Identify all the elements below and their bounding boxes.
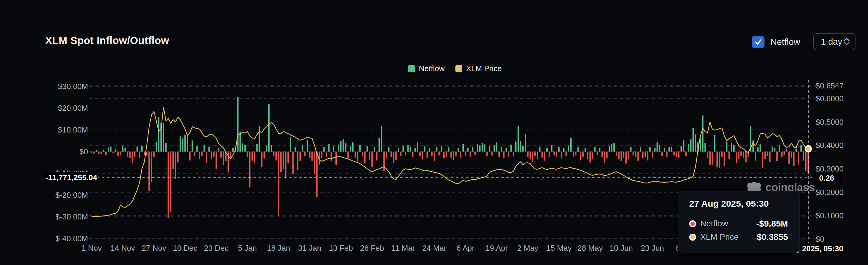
- svg-text:$0: $0: [80, 147, 88, 156]
- netflow-dot-icon: [689, 220, 696, 227]
- svg-text:23 Jun: 23 Jun: [641, 243, 664, 253]
- svg-text:$0.3000: $0.3000: [816, 164, 844, 173]
- svg-text:$-30.00M: $-30.00M: [55, 212, 88, 221]
- tooltip-label: Netflow: [700, 219, 728, 228]
- xlm-spot-inflow-outflow-panel: XLM Spot Inflow/Outflow Netflow 1 day Ne…: [0, 0, 868, 265]
- svg-text:$-20.00M: $-20.00M: [55, 190, 88, 200]
- tooltip-row-xlm-price: XLM Price $0.3855: [689, 232, 788, 242]
- svg-text:$0.5000: $0.5000: [816, 118, 844, 126]
- svg-text:$20.00M: $20.00M: [58, 104, 88, 113]
- svg-text:5 Jan: 5 Jan: [238, 243, 257, 253]
- svg-text:26 Feb: 26 Feb: [360, 243, 384, 253]
- svg-text:$-40.00M: $-40.00M: [55, 234, 88, 243]
- crosshair-left-value: -11,771,255.04: [45, 172, 98, 183]
- svg-text:$0: $0: [816, 235, 824, 243]
- svg-text:2 May: 2 May: [517, 243, 538, 253]
- tooltip-value: $0.3855: [757, 232, 788, 242]
- tooltip-date: 27 Aug 2025, 05:30: [689, 199, 788, 209]
- svg-text:18 Jan: 18 Jan: [267, 243, 290, 253]
- svg-text:10 Jun: 10 Jun: [610, 243, 633, 253]
- svg-text:$0.1000: $0.1000: [816, 211, 844, 220]
- svg-text:$30.00M: $30.00M: [58, 82, 88, 91]
- svg-text:13 Feb: 13 Feb: [329, 243, 353, 253]
- xlm-price-dot-icon: [689, 234, 696, 241]
- svg-text:$0.6547: $0.6547: [816, 81, 844, 90]
- svg-text:1 Nov: 1 Nov: [82, 243, 102, 253]
- svg-text:31 Jan: 31 Jan: [298, 243, 321, 253]
- svg-text:10 Dec: 10 Dec: [173, 243, 197, 253]
- svg-text:$10.00M: $10.00M: [58, 125, 88, 134]
- tooltip-value: -$9.85M: [756, 219, 788, 229]
- svg-text:6 Apr: 6 Apr: [457, 243, 475, 253]
- tooltip-row-netflow: Netflow -$9.85M: [689, 218, 788, 229]
- svg-text:28 May: 28 May: [578, 243, 603, 253]
- crosshair-right-value: 0.26: [813, 173, 841, 183]
- svg-text:11 Mar: 11 Mar: [392, 243, 415, 253]
- svg-text:$0.2000: $0.2000: [816, 188, 844, 197]
- tooltip-label: XLM Price: [700, 232, 739, 242]
- svg-text:23 Dec: 23 Dec: [204, 243, 228, 253]
- svg-text:19 Apr: 19 Apr: [486, 243, 508, 253]
- chart-tooltip: 27 Aug 2025, 05:30 Netflow -$9.85M XLM P…: [678, 191, 800, 253]
- svg-text:27 Nov: 27 Nov: [142, 243, 166, 253]
- svg-text:14 Nov: 14 Nov: [111, 243, 135, 253]
- svg-text:15 May: 15 May: [546, 243, 571, 253]
- svg-text:$0.4000: $0.4000: [816, 141, 844, 150]
- svg-text:24 Mar: 24 Mar: [423, 243, 446, 253]
- svg-text:$0.6000: $0.6000: [816, 94, 844, 103]
